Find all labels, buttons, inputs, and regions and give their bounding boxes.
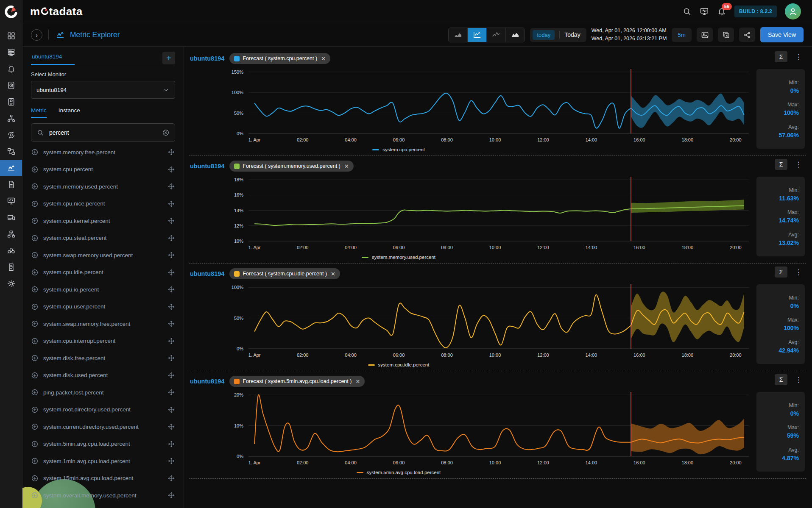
drag-handle-icon[interactable]	[167, 372, 175, 379]
add-metric-icon[interactable]	[31, 166, 39, 173]
rail-item-topology[interactable]	[0, 110, 22, 127]
forecast-series-chip[interactable]: Forecast ( system.5min.avg.cpu.load.perc…	[229, 376, 365, 387]
tab-instance[interactable]: Instance	[59, 107, 80, 118]
export-image-button[interactable]	[697, 28, 713, 42]
metric-list-item[interactable]: system.cpu.kernel.percent	[31, 212, 175, 230]
chart-legend[interactable]: system.5min.avg.cpu.load.percent	[184, 467, 682, 477]
add-metric-icon[interactable]	[31, 234, 39, 242]
add-metric-icon[interactable]	[31, 457, 39, 465]
chart-legend[interactable]: system.cpu.idle.percent	[184, 360, 682, 370]
drag-handle-icon[interactable]	[167, 406, 175, 414]
clear-charts-button[interactable]	[718, 28, 734, 42]
time-range-picker[interactable]: today Today	[530, 28, 586, 42]
drag-handle-icon[interactable]	[167, 457, 175, 465]
add-metric-icon[interactable]	[31, 269, 39, 276]
metric-list-item[interactable]: system.5min.avg.cpu.load.percent	[31, 436, 175, 453]
aggregation-sigma-button[interactable]: Σ	[775, 51, 787, 62]
remove-series-icon[interactable]: ✕	[321, 56, 326, 62]
drag-handle-icon[interactable]	[167, 423, 175, 430]
notifications-bell-icon[interactable]: 56	[717, 7, 726, 16]
metric-list-item[interactable]: system.cpu.steal.percent	[31, 230, 175, 247]
drag-handle-icon[interactable]	[167, 337, 175, 345]
aggregation-sigma-button[interactable]: Σ	[775, 266, 787, 278]
metric-list-item[interactable]: system.disk.used.percent	[31, 367, 175, 384]
metric-list-item[interactable]: system.memory.free.percent	[31, 144, 175, 161]
chart-plot[interactable]: 0%10%20%1. Apr02:0004:0006:0008:0010:001…	[189, 389, 756, 467]
drag-handle-icon[interactable]	[167, 166, 175, 173]
rail-item-workflow[interactable]	[0, 143, 22, 160]
metric-list-item[interactable]: system.cpu.io.percent	[31, 281, 175, 298]
metric-list-item[interactable]: system.swap.memory.used.percent	[31, 247, 175, 264]
add-metric-icon[interactable]	[31, 148, 39, 156]
aggregation-sigma-button[interactable]: Σ	[775, 159, 787, 170]
rail-item-reports[interactable]	[0, 94, 22, 110]
metric-list-item[interactable]: system.swap.memory.free.percent	[31, 315, 175, 333]
drag-handle-icon[interactable]	[167, 148, 175, 156]
monitor-select[interactable]: ubuntu8194	[31, 81, 175, 99]
chart-plot[interactable]: 0%50%100%1. Apr02:0004:0006:0008:0010:00…	[189, 281, 756, 360]
monitor-tab[interactable]: ubuntu8194	[31, 52, 75, 65]
metric-list-item[interactable]: system.cpu.idle.percent	[31, 264, 175, 281]
interval-selector-button[interactable]: 5m	[672, 28, 692, 42]
mountain-chart-type-button[interactable]	[506, 28, 525, 42]
metric-search-input[interactable]	[48, 129, 158, 136]
rail-item-settings[interactable]	[0, 275, 22, 292]
motadata-logo-icon[interactable]	[4, 0, 18, 23]
line-chart-type-button-active[interactable]	[468, 28, 487, 42]
metric-list-item[interactable]: system.disk.free.percent	[31, 350, 175, 367]
metric-list-item[interactable]: system.cpu.interrupt.percent	[31, 333, 175, 350]
chart-menu-icon[interactable]: ⋮	[792, 159, 805, 171]
rail-item-monitors[interactable]	[0, 44, 22, 61]
metric-list-item[interactable]: system.root.directory.used.percent	[31, 401, 175, 419]
add-metric-icon[interactable]	[31, 183, 39, 190]
drag-handle-icon[interactable]	[167, 286, 175, 293]
drag-handle-icon[interactable]	[167, 320, 175, 328]
add-metric-icon[interactable]	[31, 200, 39, 208]
rail-item-history[interactable]	[0, 77, 22, 94]
date-range-display[interactable]: Wed, Apr 01, 2026 12:00:00 AM Wed, Apr 0…	[592, 27, 667, 43]
metric-list-item[interactable]: system.overall.memory.used.percent	[31, 487, 175, 504]
rail-item-automation[interactable]	[0, 127, 22, 143]
add-metric-icon[interactable]	[31, 440, 39, 448]
metric-list-item[interactable]: system.cpu.nice.percent	[31, 195, 175, 213]
rail-item-logs[interactable]	[0, 176, 22, 193]
add-metric-icon[interactable]	[31, 286, 39, 293]
chart-legend[interactable]: system.memory.used.percent	[184, 252, 682, 262]
drag-handle-icon[interactable]	[167, 234, 175, 242]
tab-metric[interactable]: Metric	[31, 107, 47, 118]
metric-list-item[interactable]: system.15min.avg.cpu.load.percent	[31, 470, 175, 487]
chart-plot[interactable]: 0%50%100%150%1. Apr02:0004:0006:0008:001…	[189, 66, 756, 144]
metric-list-item[interactable]: ping.packet.lost.percent	[31, 384, 175, 401]
drag-handle-icon[interactable]	[167, 440, 175, 448]
add-metric-icon[interactable]	[31, 251, 39, 259]
drag-handle-icon[interactable]	[167, 269, 175, 276]
drag-handle-icon[interactable]	[167, 389, 175, 396]
metric-list-item[interactable]: system.memory.used.percent	[31, 178, 175, 195]
add-metric-icon[interactable]	[31, 217, 39, 225]
collapse-panel-button[interactable]: ›	[31, 29, 42, 41]
add-monitor-button[interactable]: +	[162, 52, 175, 64]
metric-list-item[interactable]: system.1min.avg.cpu.load.percent	[31, 452, 175, 470]
metric-list-item[interactable]: system.current.directory.used.percent	[31, 418, 175, 436]
chart-menu-icon[interactable]: ⋮	[792, 51, 805, 63]
rail-item-audit[interactable]	[0, 259, 22, 275]
save-view-button[interactable]: Save View	[760, 27, 804, 42]
remove-series-icon[interactable]: ✕	[344, 163, 349, 169]
metric-list-item[interactable]	[31, 504, 175, 508]
time-shortcut-chip[interactable]: today	[533, 30, 555, 40]
rail-item-network[interactable]	[0, 226, 22, 242]
forecast-series-chip[interactable]: Forecast ( system.memory.used.percent ) …	[229, 161, 353, 172]
rail-item-discovery[interactable]	[0, 242, 22, 259]
drag-handle-icon[interactable]	[167, 475, 175, 482]
rail-item-dashboard[interactable]	[0, 28, 22, 44]
drag-handle-icon[interactable]	[167, 354, 175, 362]
user-avatar[interactable]	[785, 3, 801, 19]
metric-list-item[interactable]: system.cpu.percent	[31, 161, 175, 178]
drag-handle-icon[interactable]	[167, 251, 175, 259]
forecast-series-chip[interactable]: Forecast ( system.cpu.percent ) ✕	[229, 53, 330, 64]
clear-search-icon[interactable]	[162, 129, 170, 136]
drag-handle-icon[interactable]	[167, 200, 175, 208]
add-metric-icon[interactable]	[31, 423, 39, 430]
remove-series-icon[interactable]: ✕	[331, 271, 335, 277]
drag-handle-icon[interactable]	[167, 303, 175, 311]
